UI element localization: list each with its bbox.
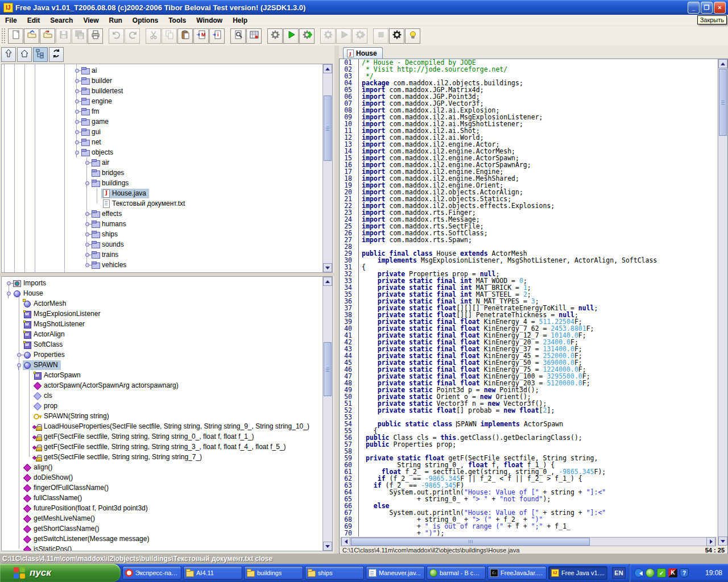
- file-tree-item[interactable]: buildings: [2, 178, 322, 188]
- class-tree-item[interactable]: cls: [2, 390, 322, 401]
- class-tree-item[interactable]: Properties: [2, 350, 322, 360]
- settings-button[interactable]: [389, 28, 404, 44]
- new-file-button[interactable]: [8, 28, 23, 44]
- language-indicator[interactable]: EN: [612, 567, 626, 579]
- scroll-down-icon[interactable]: [718, 537, 727, 546]
- class-tree-item[interactable]: getF(SectFile sectfile, String string, S…: [2, 431, 322, 442]
- editor-vscrollbar[interactable]: [718, 59, 727, 546]
- class-tree-item[interactable]: prop: [2, 401, 322, 411]
- file-tree-item[interactable]: buildertest: [2, 86, 322, 96]
- tree-handle-icon[interactable]: [15, 350, 23, 360]
- run-button[interactable]: [283, 28, 299, 44]
- file-tree-item[interactable]: engine: [2, 96, 322, 106]
- scroll-thumb[interactable]: [324, 342, 332, 396]
- antivirus-check-icon[interactable]: ✓: [657, 568, 666, 577]
- file-tree-item[interactable]: sounds: [2, 239, 322, 250]
- class-tree-item[interactable]: SPAWN(String string): [2, 411, 322, 421]
- tree-handle-icon[interactable]: [73, 106, 81, 117]
- class-tree-item[interactable]: fingerOfFullClassName(): [2, 483, 322, 493]
- scroll-up-icon[interactable]: [323, 64, 332, 73]
- file-tree-item[interactable]: builder: [2, 76, 322, 86]
- menu-file[interactable]: File: [0, 15, 22, 26]
- class-tree-item[interactable]: SoftClass: [2, 339, 322, 350]
- class-tree-item[interactable]: ActorSpawn: [2, 370, 322, 380]
- menu-help[interactable]: Help: [228, 15, 253, 26]
- tree-handle-icon[interactable]: [5, 278, 13, 288]
- class-tree-item[interactable]: getS(SectFile sectfile, String string, S…: [2, 452, 322, 462]
- taskbar-button-ships[interactable]: ships: [305, 566, 364, 580]
- tree-handle-icon[interactable]: [84, 157, 91, 168]
- insert-import-button[interactable]: i: [209, 28, 225, 44]
- close-button[interactable]: ×: [714, 2, 726, 14]
- tree-handle-icon[interactable]: [73, 86, 81, 96]
- file-tree-item[interactable]: game: [2, 117, 322, 127]
- file-tree-item[interactable]: effects: [2, 209, 322, 219]
- preview-button[interactable]: [230, 28, 246, 44]
- class-tree-item[interactable]: actorSpawn(ActorSpawnArg actorspawnarg): [2, 380, 322, 390]
- tree-handle-icon[interactable]: [84, 219, 91, 229]
- taskbar-button-maneuver-jav-[interactable]: Maneuver.jav...: [366, 566, 425, 580]
- class-tree-scrollbar[interactable]: [322, 277, 332, 551]
- class-tree-item[interactable]: MsgShotListener: [2, 319, 322, 329]
- paste-button[interactable]: [177, 28, 193, 44]
- tree-handle-icon[interactable]: [73, 96, 81, 106]
- class-tree-item[interactable]: futurePosition(float f, Point3d point3d): [2, 503, 322, 513]
- tab-house[interactable]: House: [343, 47, 383, 59]
- file-tree-item[interactable]: gui: [2, 127, 322, 137]
- scroll-thumb[interactable]: [719, 69, 727, 136]
- class-tree-item[interactable]: isStaticPos(): [2, 544, 322, 551]
- file-tree-item[interactable]: net: [2, 137, 322, 147]
- tree-handle-icon[interactable]: [84, 178, 91, 188]
- compile-button[interactable]: [267, 28, 283, 44]
- class-tree-item[interactable]: ActorMesh: [2, 298, 322, 309]
- menu-options[interactable]: Options: [127, 15, 163, 26]
- file-tree-item[interactable]: trains: [2, 250, 322, 260]
- language-arrow-icon[interactable]: [634, 568, 643, 577]
- scroll-thumb[interactable]: [324, 95, 332, 161]
- file-tree-item[interactable]: humans: [2, 219, 322, 229]
- class-tree-item[interactable]: doDieShow(): [2, 472, 322, 483]
- class-tree-item[interactable]: getF(SectFile sectfile, String string, S…: [2, 442, 322, 452]
- tree-view-button[interactable]: [33, 47, 48, 62]
- file-tree-item[interactable]: air: [2, 157, 322, 168]
- scroll-up-icon[interactable]: [323, 277, 332, 286]
- tree-handle-icon[interactable]: [84, 239, 91, 250]
- start-button[interactable]: пуск: [0, 564, 121, 582]
- file-tree-item[interactable]: vehicles: [2, 260, 322, 270]
- icq-icon[interactable]: [646, 568, 655, 577]
- file-tree-item[interactable]: objects: [2, 147, 322, 157]
- scroll-down-icon[interactable]: [323, 263, 332, 272]
- file-tree-scrollbar[interactable]: [322, 64, 332, 272]
- menu-edit[interactable]: Edit: [22, 15, 46, 26]
- file-tree-item[interactable]: ai: [2, 65, 322, 76]
- class-tree-item[interactable]: getSwitchListener(Message message): [2, 534, 322, 544]
- class-tree-item[interactable]: ActorAlign: [2, 329, 322, 339]
- compile-run-button[interactable]: [299, 28, 315, 44]
- file-tree-item[interactable]: ships: [2, 229, 322, 239]
- home-button[interactable]: [17, 47, 32, 62]
- tree-handle-icon[interactable]: [84, 260, 91, 270]
- editor-hscrollbar[interactable]: [341, 537, 716, 546]
- tree-handle-icon[interactable]: [73, 117, 81, 127]
- file-tree-item[interactable]: House.java: [2, 188, 322, 198]
- code-editor[interactable]: 01/* House - Decompiled by JODE02 * Visi…: [340, 59, 717, 537]
- scroll-right-icon[interactable]: [706, 537, 715, 546]
- class-tree-item[interactable]: MsgExplosionListener: [2, 309, 322, 319]
- tree-handle-icon[interactable]: [73, 137, 81, 147]
- taskbar-button-barmal-в-сет-[interactable]: barmal - В сет...: [427, 566, 486, 580]
- class-tree-item[interactable]: getShortClassName(): [2, 523, 322, 534]
- security-question-icon[interactable]: ?: [680, 568, 689, 577]
- file-tree-item[interactable]: Текстовый документ.txt: [2, 198, 322, 209]
- open-file-button[interactable]: [24, 28, 39, 44]
- class-tree-item[interactable]: LoadHouseProperties(SectFile sectfile, S…: [2, 421, 322, 431]
- tree-handle-icon[interactable]: [84, 209, 91, 219]
- scroll-up-icon[interactable]: [718, 59, 727, 68]
- insert-method-button[interactable]: M: [193, 28, 209, 44]
- tree-handle-icon[interactable]: [73, 127, 81, 137]
- reopen-file-button[interactable]: [40, 28, 55, 44]
- form-designer-button[interactable]: [246, 28, 262, 44]
- class-tree-item[interactable]: getMeshLiveName(): [2, 513, 322, 523]
- menu-search[interactable]: Search: [45, 15, 78, 26]
- menu-tools[interactable]: Tools: [163, 15, 191, 26]
- file-tree-item[interactable]: fm: [2, 106, 322, 117]
